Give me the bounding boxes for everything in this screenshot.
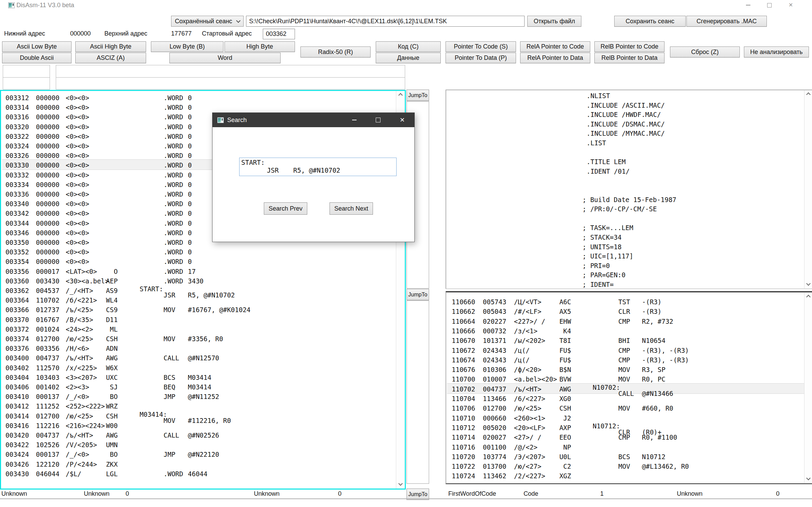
field-box-3[interactable] [3, 77, 50, 90]
fmt-double-ascii-button[interactable]: Double Ascii [2, 53, 72, 63]
fmt-data-button[interactable]: Данные [376, 53, 441, 63]
fmt-pointer-to-data-button[interactable]: Pointer To Data (P) [446, 53, 516, 63]
address-cell[interactable]: 110676 [452, 365, 475, 374]
address-cell[interactable]: 003320 [5, 123, 29, 131]
address-cell[interactable]: 003370 [5, 316, 29, 324]
fmt-code-button[interactable]: Код (C) [376, 41, 441, 52]
start-address-input[interactable]: 003362 [263, 29, 295, 39]
address-cell[interactable]: 003314 [5, 103, 29, 111]
address-cell[interactable]: 110712 [452, 424, 475, 432]
address-cell[interactable]: 110666 [452, 327, 475, 335]
scroll-down-icon[interactable] [806, 476, 811, 480]
source-scrollbar[interactable] [804, 90, 812, 289]
no-analyze-button[interactable]: Не анализировать [744, 46, 809, 57]
address-cell[interactable]: 110700 [452, 375, 475, 383]
scroll-up-icon[interactable] [806, 92, 811, 97]
session-dropdown[interactable]: Сохранённый сеанс [171, 16, 244, 27]
close-button[interactable]: ✕ [783, 1, 799, 10]
search-pattern-box[interactable]: START: JSR R5, @#N10702 [239, 158, 397, 176]
address-cell[interactable]: 110704 [452, 395, 475, 403]
jumpto-button-top[interactable]: JumpTo [407, 90, 429, 101]
address-cell[interactable]: 003420 [5, 431, 29, 439]
address-cell[interactable]: 003372 [5, 325, 29, 333]
address-cell[interactable]: 003346 [5, 229, 29, 237]
file-path-input[interactable]: S:\!Check\Run\PDP11\Hunta\Квант-4C\!\@LE… [246, 16, 525, 27]
address-cell[interactable]: 003360 [5, 277, 29, 285]
search-prev-button[interactable]: Search Prev [264, 202, 307, 215]
address-cell[interactable]: 110672 [452, 346, 475, 355]
field-box-1[interactable] [3, 65, 50, 78]
address-cell[interactable]: 003430 [5, 470, 29, 478]
save-session-button[interactable]: Сохранить сеанс [614, 16, 686, 27]
address-cell[interactable]: 003376 [5, 344, 29, 352]
address-cell[interactable]: 003412 [5, 402, 29, 410]
address-cell[interactable]: 003356 [5, 267, 29, 276]
address-cell[interactable]: 003354 [5, 257, 29, 266]
address-cell[interactable]: 110662 [452, 307, 475, 316]
address-cell[interactable]: 110706 [452, 404, 475, 412]
address-cell[interactable]: 110714 [452, 433, 475, 441]
address-cell[interactable]: 003414 [5, 412, 29, 420]
address-cell[interactable]: 003416 [5, 422, 29, 430]
address-cell[interactable]: 003402 [5, 364, 29, 372]
dialog-close-button[interactable]: ✕ [394, 113, 410, 127]
address-cell[interactable]: 003362 [5, 286, 29, 295]
address-cell[interactable]: 003324 [5, 142, 29, 150]
address-cell[interactable]: 003342 [5, 209, 29, 217]
address-cell[interactable]: 003366 [5, 306, 29, 314]
dialog-maximize-button[interactable] [370, 113, 386, 127]
open-file-button[interactable]: Открыть файл [527, 16, 581, 27]
address-cell[interactable]: 003336 [5, 190, 29, 198]
address-cell[interactable]: 003400 [5, 354, 29, 362]
address-cell[interactable]: 003426 [5, 460, 29, 468]
address-cell[interactable]: 003340 [5, 200, 29, 208]
address-cell[interactable]: 110674 [452, 356, 475, 364]
fmt-relb-pointer-to-code-button[interactable]: RelB Pointer to Code [594, 41, 665, 52]
address-cell[interactable]: 003410 [5, 392, 29, 401]
fmt-relb-pointer-to-data-button[interactable]: RelB Pointer to Data [594, 53, 665, 63]
address-cell[interactable]: 003334 [5, 181, 29, 189]
address-cell[interactable]: 110664 [452, 317, 475, 325]
search-next-button[interactable]: Search Next [330, 202, 373, 215]
field-box-4[interactable] [56, 77, 405, 90]
address-cell[interactable]: 003352 [5, 248, 29, 256]
address-cell[interactable]: 003316 [5, 113, 29, 121]
address-cell[interactable]: 003332 [5, 171, 29, 179]
fmt-ascii-low-byte-button[interactable]: Ascii Low Byte [2, 41, 72, 52]
maximize-button[interactable] [761, 1, 777, 10]
fmt-asciz-button[interactable]: ASCIZ (A) [75, 53, 146, 63]
fmt-pointer-to-code-button[interactable]: Pointer To Code (S) [446, 41, 516, 52]
address-cell[interactable]: 110724 [452, 472, 475, 480]
generate-mac-button[interactable]: Сгенерировать .MAC [686, 16, 767, 27]
search-dialog-titlebar[interactable]: Search ✕ [212, 113, 414, 127]
jumpto-button-middle[interactable]: JumpTo [407, 289, 429, 300]
address-cell[interactable]: 003374 [5, 335, 29, 343]
address-cell[interactable]: 003350 [5, 238, 29, 246]
fmt-rela-pointer-to-code-button[interactable]: RelA Pointer to Code [520, 41, 590, 52]
fmt-radix50-button[interactable]: Radix-50 (R) [300, 46, 371, 57]
address-cell[interactable]: 003404 [5, 373, 29, 382]
fmt-high-byte-button[interactable]: High Byte [224, 41, 295, 52]
address-cell[interactable]: 110710 [452, 414, 475, 422]
address-cell[interactable]: 110716 [452, 443, 475, 451]
address-cell[interactable]: 110720 [452, 453, 475, 461]
scroll-up-icon[interactable] [398, 93, 403, 97]
address-cell[interactable]: 003312 [5, 94, 29, 102]
address-cell[interactable]: 003422 [5, 441, 29, 449]
address-cell[interactable]: 110660 [452, 298, 475, 306]
address-cell[interactable]: 110670 [452, 336, 475, 345]
address-cell[interactable]: 110722 [452, 462, 475, 470]
fmt-ascii-high-byte-button[interactable]: Ascii High Byte [75, 41, 146, 52]
address-cell[interactable]: 003364 [5, 296, 29, 304]
address-cell[interactable]: 003330 [5, 161, 29, 169]
fmt-rela-pointer-to-data-button[interactable]: RelA Pointer to Data [520, 53, 590, 63]
secondary-scrollbar[interactable] [804, 293, 812, 483]
fmt-word-button[interactable]: Word [169, 53, 281, 63]
address-cell[interactable]: 003326 [5, 151, 29, 160]
dialog-minimize-button[interactable] [346, 113, 362, 127]
scroll-down-icon[interactable] [398, 481, 403, 486]
scroll-down-icon[interactable] [806, 281, 811, 286]
address-cell[interactable]: 003406 [5, 383, 29, 391]
address-cell[interactable]: 003322 [5, 132, 29, 141]
field-box-2[interactable] [56, 65, 405, 78]
